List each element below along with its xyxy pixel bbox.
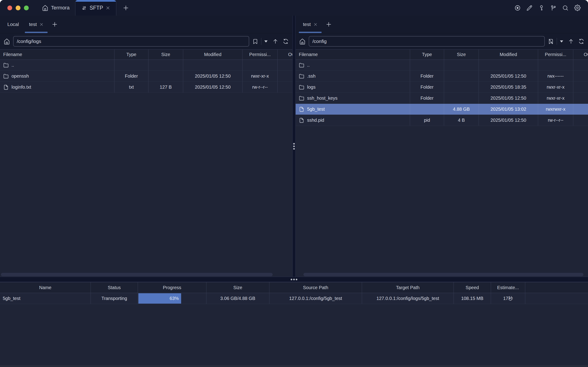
header-name[interactable]: Name [0, 282, 91, 293]
transfer-source-path: 127.0.0.1:/config/5gb_test [269, 293, 362, 304]
new-tab-button[interactable] [123, 0, 129, 16]
header-source-path[interactable]: Source Path [269, 282, 362, 293]
table-row[interactable]: ssh_host_keys Folder 2025/01/05 12:50 rw… [296, 93, 588, 104]
header-estimate[interactable]: Estimate... [491, 282, 525, 293]
divider [557, 38, 557, 45]
minimize-window-button[interactable] [16, 6, 20, 10]
filename: sshd.pid [307, 117, 324, 123]
traffic-lights [0, 0, 29, 16]
horizontal-scrollbar-thumb[interactable] [303, 273, 583, 276]
path-input[interactable] [13, 36, 249, 47]
header-target-path[interactable]: Target Path [362, 282, 454, 293]
table-row[interactable]: logs Folder 2025/01/05 18:35 rwxr-xr-x [296, 82, 588, 93]
window-bottom-edge [0, 365, 588, 367]
filename: openssh [11, 74, 29, 79]
left-pane: Local test [0, 16, 292, 277]
header-owner[interactable]: Owner [278, 50, 292, 59]
table-row[interactable]: openssh Folder 2025/01/05 12:50 rwxr-xr-… [0, 71, 292, 82]
close-icon[interactable] [40, 23, 43, 26]
filename: .. [307, 62, 310, 68]
filename: 5gb_test [307, 107, 325, 112]
table-row[interactable]: loginfo.txt txt 127 B 2025/01/05 12:50 r… [0, 82, 292, 93]
settings-gear-icon[interactable] [574, 5, 581, 11]
transfer-panel: Name Status Progress Size Source Path Ta… [0, 282, 588, 304]
table-row[interactable]: sshd.pid pid 4 B 2025/01/05 12:50 rw-r--… [296, 115, 588, 126]
splitter-grip [293, 143, 295, 150]
header-permissions[interactable]: Permissi... [242, 50, 278, 59]
transfer-name: 5gb_test [0, 293, 91, 304]
transfer-status: Transporting [91, 293, 138, 304]
header-size[interactable]: Size [444, 50, 479, 59]
record-icon[interactable] [514, 5, 521, 11]
table-row[interactable]: .ssh Folder 2025/01/05 12:50 rwx------ [296, 71, 588, 82]
path-input[interactable] [309, 36, 545, 47]
add-pane-tab-button[interactable] [49, 16, 61, 33]
branch-icon[interactable] [550, 5, 556, 11]
progress-label: 63% [170, 296, 179, 301]
tab-sftp[interactable]: SFTP [75, 0, 117, 16]
filename: .. [11, 62, 14, 68]
arrow-up-icon[interactable] [568, 38, 574, 44]
key-icon[interactable] [538, 5, 545, 11]
left-file-table: Filename Type Size Modified Permissi... … [0, 49, 292, 93]
horizontal-splitter[interactable] [0, 277, 588, 282]
dual-pane-area: Local test [0, 16, 588, 277]
caret-down-icon[interactable] [560, 41, 563, 42]
bookmark-icon[interactable] [252, 39, 258, 44]
header-modified[interactable]: Modified [479, 50, 538, 59]
bookmark-slash-icon[interactable] [548, 39, 554, 44]
header-owner[interactable]: Owner [573, 50, 588, 59]
search-icon[interactable] [562, 5, 569, 11]
header-modified[interactable]: Modified [183, 50, 242, 59]
right-pane-tabbar: test [296, 16, 588, 33]
transfer-target-path: 127.0.0.1:/config/logs/5gb_test [362, 293, 454, 304]
header-size[interactable]: Size [206, 282, 269, 293]
folder-icon [299, 62, 304, 68]
table-row-selected[interactable]: 5gb_test 4.88 GB 2025/01/05 13:02 rwxrwx… [296, 104, 588, 115]
add-pane-tab-button[interactable] [323, 16, 335, 33]
pane-tab-test[interactable]: test [24, 16, 49, 33]
vertical-splitter[interactable] [292, 16, 296, 277]
header-filename[interactable]: Filename [0, 50, 114, 59]
table-row[interactable]: .. [296, 60, 588, 71]
table-header-row: Filename Type Size Modified Permissi... … [296, 49, 588, 60]
home-icon [42, 5, 48, 11]
maximize-window-button[interactable] [24, 6, 29, 10]
app-window: Termora SFTP [0, 0, 588, 367]
transfer-row[interactable]: 5gb_test Transporting 63% 3.06 GB/4.88 G… [0, 293, 588, 304]
pane-tab-local[interactable]: Local [2, 16, 24, 33]
filename: .ssh [307, 74, 315, 79]
header-size[interactable]: Size [148, 50, 183, 59]
header-status[interactable]: Status [91, 282, 138, 293]
close-icon[interactable] [106, 6, 110, 10]
arrow-up-icon[interactable] [273, 38, 278, 44]
close-icon[interactable] [314, 23, 317, 26]
transfer-speed: 108.15 MB [454, 293, 491, 304]
folder-icon [3, 74, 9, 79]
pane-tab-test[interactable]: test [298, 16, 323, 33]
edit-icon[interactable] [526, 5, 533, 11]
divider [261, 38, 261, 45]
horizontal-scrollbar-thumb[interactable] [1, 273, 273, 276]
home-icon[interactable] [299, 38, 306, 45]
header-speed[interactable]: Speed [454, 282, 491, 293]
app-home-tab[interactable]: Termora [42, 0, 70, 16]
header-permissions[interactable]: Permissi... [538, 50, 573, 59]
table-row[interactable]: .. [0, 60, 292, 71]
file-icon [299, 117, 304, 123]
close-window-button[interactable] [7, 6, 12, 10]
header-progress[interactable]: Progress [138, 282, 206, 293]
home-icon[interactable] [4, 38, 10, 45]
refresh-icon[interactable] [578, 38, 584, 44]
header-filename[interactable]: Filename [296, 50, 410, 59]
file-icon [299, 107, 304, 112]
caret-down-icon[interactable] [264, 41, 268, 42]
header-type[interactable]: Type [114, 50, 148, 59]
refresh-icon[interactable] [283, 38, 289, 44]
title-bar: Termora SFTP [0, 0, 588, 16]
splitter-grip [291, 279, 298, 280]
folder-icon [299, 74, 304, 79]
header-type[interactable]: Type [410, 50, 444, 59]
transfer-estimate: 17秒 [491, 293, 525, 304]
transfer-header-row: Name Status Progress Size Source Path Ta… [0, 282, 588, 293]
